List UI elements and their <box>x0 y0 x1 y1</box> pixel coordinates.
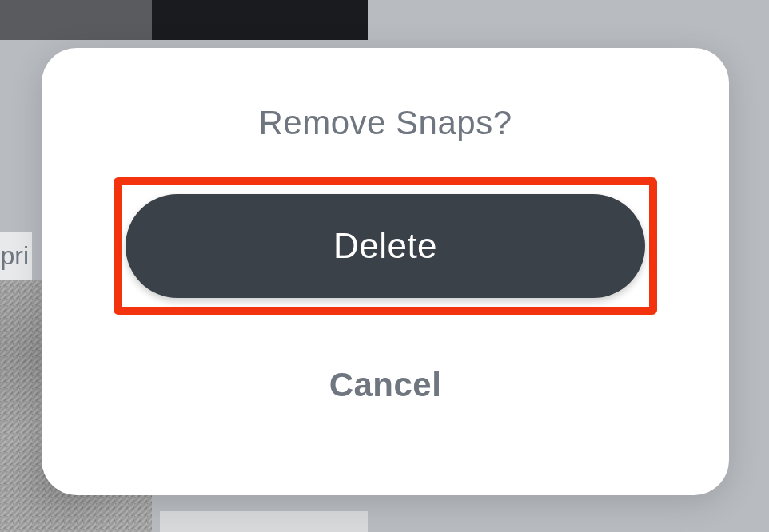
date-section-label: Apri <box>0 232 32 280</box>
bg-fill <box>368 0 769 40</box>
date-label-text: Apri <box>0 241 29 271</box>
confirm-dialog: Remove Snaps? Delete Cancel <box>42 48 729 495</box>
delete-button[interactable]: Delete <box>126 194 645 298</box>
bg-thumbnail <box>152 0 368 40</box>
dialog-title: Remove Snaps? <box>258 104 512 142</box>
cancel-button[interactable]: Cancel <box>329 366 442 404</box>
highlight-annotation: Delete <box>114 177 657 315</box>
bg-thumbnail <box>160 511 368 532</box>
bg-thumbnail <box>0 0 152 40</box>
